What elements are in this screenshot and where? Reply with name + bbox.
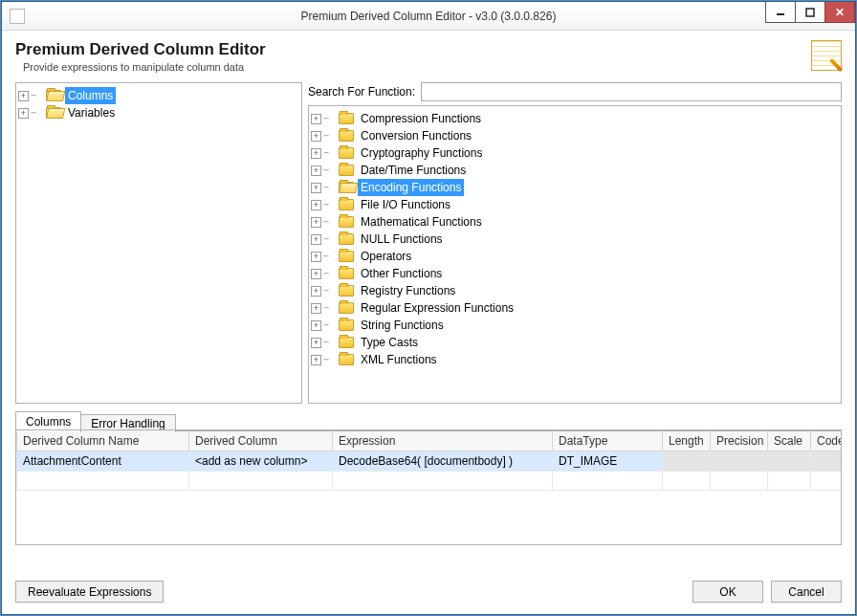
col-datatype[interactable]: DataType: [553, 431, 663, 451]
functions-tree-panel[interactable]: +···Compression Functions+···Conversion …: [308, 105, 842, 404]
tree-item[interactable]: +···Compression Functions: [311, 110, 839, 127]
tree-item[interactable]: +···Operators: [311, 248, 839, 265]
tree-item-label[interactable]: String Functions: [358, 317, 447, 334]
col-scale[interactable]: Scale: [768, 431, 811, 451]
tree-item-label[interactable]: Other Functions: [358, 265, 445, 282]
folder-icon: [339, 199, 354, 210]
app-icon: [10, 9, 25, 24]
minimize-button[interactable]: [765, 2, 796, 23]
tree-item-label[interactable]: Conversion Functions: [358, 127, 474, 144]
expand-icon[interactable]: +: [311, 355, 321, 365]
tree-item-label[interactable]: Type Casts: [358, 334, 421, 351]
tree-item-label[interactable]: Mathematical Functions: [358, 213, 485, 231]
tree-item-label[interactable]: Date/Time Functions: [358, 162, 469, 179]
expand-icon[interactable]: +: [311, 217, 321, 228]
tree-item[interactable]: +···XML Functions: [311, 351, 839, 368]
maximize-button[interactable]: [795, 2, 825, 23]
cell-length[interactable]: [663, 451, 711, 472]
tree-item-label[interactable]: Registry Functions: [358, 282, 458, 299]
cell-scale[interactable]: [768, 451, 811, 472]
reevaluate-button[interactable]: Reevaluate Expressions: [15, 581, 164, 603]
tree-item[interactable]: +···Variables: [18, 104, 299, 121]
col-length[interactable]: Length: [663, 431, 711, 451]
cell-derived[interactable]: <add as new column>: [189, 451, 333, 472]
expand-icon[interactable]: +: [18, 91, 29, 101]
expand-icon[interactable]: +: [311, 286, 321, 297]
folder-icon: [339, 302, 354, 314]
expand-icon[interactable]: +: [311, 200, 321, 210]
tree-item-label[interactable]: Compression Functions: [358, 110, 484, 127]
tree-item-label[interactable]: Operators: [358, 248, 414, 265]
folder-icon: [339, 285, 354, 297]
folder-icon: [46, 90, 61, 101]
search-input[interactable]: [421, 82, 842, 101]
table-row[interactable]: AttachmentContent <add as new column> De…: [17, 451, 843, 472]
tree-item-label[interactable]: Columns: [65, 87, 116, 104]
folder-icon: [339, 130, 354, 142]
window-title: Premium Derived Column Editor - v3.0 (3.…: [2, 10, 855, 23]
tree-item-label[interactable]: Variables: [65, 104, 118, 121]
tree-item-label[interactable]: NULL Functions: [358, 231, 446, 248]
cell-datatype[interactable]: DT_IMAGE: [553, 451, 663, 472]
tree-connector: ···: [323, 127, 337, 144]
ok-button[interactable]: OK: [692, 581, 763, 603]
tree-item-label[interactable]: XML Functions: [358, 351, 440, 368]
grid-edit-icon: [811, 40, 842, 71]
cell-precision[interactable]: [711, 451, 768, 472]
tree-item[interactable]: +···Columns: [18, 87, 299, 104]
expand-icon[interactable]: +: [18, 108, 29, 119]
tree-item-label[interactable]: Regular Expression Functions: [358, 299, 516, 317]
expand-icon[interactable]: +: [311, 303, 321, 314]
expand-icon[interactable]: +: [311, 148, 321, 159]
cell-expression[interactable]: DecodeBase64( [documentbody] ): [333, 451, 553, 472]
tree-connector: ···: [323, 179, 337, 196]
table-row-empty[interactable]: [17, 472, 843, 491]
tree-item[interactable]: +···Conversion Functions: [311, 127, 839, 144]
expand-icon[interactable]: +: [311, 320, 321, 331]
svg-rect-1: [806, 9, 814, 16]
tree-item[interactable]: +···File I/O Functions: [311, 196, 839, 213]
tree-item[interactable]: +···Cryptography Functions: [311, 144, 839, 162]
col-codepage[interactable]: CodePage: [811, 431, 843, 451]
tree-item[interactable]: +···NULL Functions: [311, 231, 839, 248]
left-tree-panel[interactable]: +···Columns+···Variables: [15, 82, 302, 404]
tree-connector: ···: [323, 265, 337, 282]
close-button[interactable]: ✕: [824, 2, 855, 23]
tree-item[interactable]: +···Other Functions: [311, 265, 839, 282]
page-subtitle: Provide expressions to manipulate column…: [23, 61, 266, 73]
titlebar: Premium Derived Column Editor - v3.0 (3.…: [2, 2, 855, 31]
folder-icon: [339, 113, 354, 124]
expand-icon[interactable]: +: [311, 234, 321, 245]
tree-item[interactable]: +···String Functions: [311, 317, 839, 334]
tree-item[interactable]: +···Regular Expression Functions: [311, 299, 839, 317]
tree-item[interactable]: +···Date/Time Functions: [311, 162, 839, 179]
tree-item[interactable]: +···Registry Functions: [311, 282, 839, 299]
expand-icon[interactable]: +: [311, 338, 321, 348]
col-name[interactable]: Derived Column Name: [17, 431, 189, 451]
cell-name[interactable]: AttachmentContent: [17, 451, 189, 472]
tree-item[interactable]: +···Encoding Functions: [311, 179, 839, 196]
tree-connector: ···: [323, 213, 337, 231]
tree-item[interactable]: +···Mathematical Functions: [311, 213, 839, 231]
cancel-button[interactable]: Cancel: [771, 581, 842, 603]
col-expression[interactable]: Expression: [333, 431, 553, 451]
col-precision[interactable]: Precision: [711, 431, 768, 451]
cell-codepage[interactable]: [811, 451, 843, 472]
columns-grid[interactable]: Derived Column Name Derived Column Expre…: [15, 430, 842, 545]
tree-item-label[interactable]: Encoding Functions: [358, 179, 464, 196]
tree-item-label[interactable]: Cryptography Functions: [358, 144, 485, 162]
tree-connector: ···: [323, 299, 337, 317]
header: Premium Derived Column Editor Provide ex…: [2, 31, 855, 82]
expand-icon[interactable]: +: [311, 183, 321, 193]
expand-icon[interactable]: +: [311, 165, 321, 176]
folder-icon: [46, 107, 61, 119]
expand-icon[interactable]: +: [311, 114, 321, 124]
folder-icon: [339, 251, 354, 262]
tab-columns[interactable]: Columns: [15, 411, 81, 431]
tree-item-label[interactable]: File I/O Functions: [358, 196, 453, 213]
expand-icon[interactable]: +: [311, 269, 321, 279]
expand-icon[interactable]: +: [311, 131, 321, 142]
expand-icon[interactable]: +: [311, 252, 321, 262]
tree-item[interactable]: +···Type Casts: [311, 334, 839, 351]
col-derived[interactable]: Derived Column: [189, 431, 333, 451]
